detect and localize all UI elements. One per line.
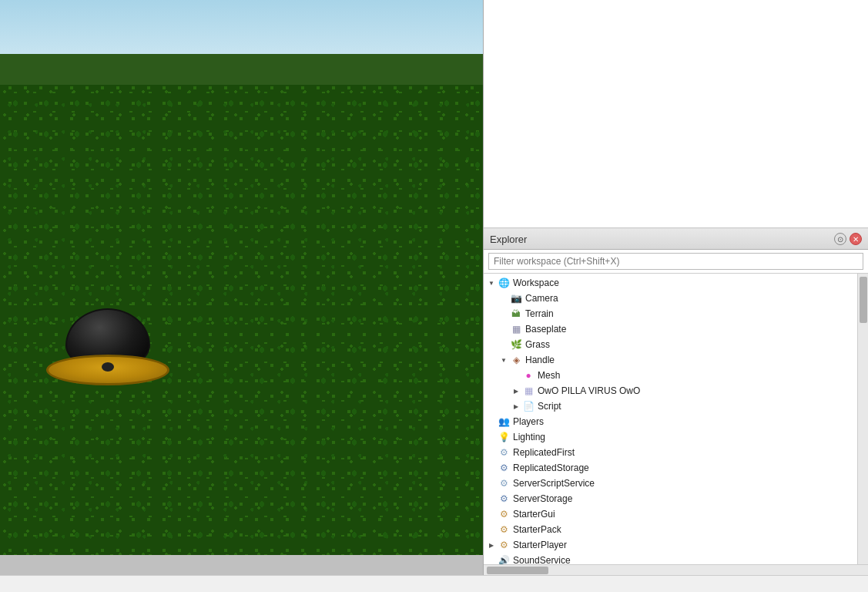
scrollbar-vertical[interactable]: [857, 274, 868, 564]
label-grass: Grass: [525, 339, 550, 350]
label-serverstorage: ServerStorage: [513, 493, 572, 504]
icon-soundservice: 🔊: [498, 554, 510, 564]
tree-item-lighting[interactable]: 💡Lighting: [484, 429, 857, 445]
arrow-terrain: [499, 309, 508, 318]
label-camera: Camera: [525, 293, 558, 304]
explorer-panel: Explorer ⊙ ✕ ▼🌐Workspace📷Camera🏔Terrain▦…: [484, 228, 868, 575]
arrow-replicatedstorage: [487, 463, 496, 473]
label-owo: OwO PILLA VIRUS OwO: [538, 385, 640, 396]
arrow-workspace[interactable]: ▼: [487, 278, 496, 288]
icon-serverstorage: ⚙: [498, 493, 510, 505]
arrow-camera: [499, 294, 508, 303]
label-starterpack: StarterPack: [513, 524, 561, 535]
filter-input[interactable]: [488, 253, 863, 270]
icon-replicatedstorage: ⚙: [498, 462, 510, 474]
icon-handle: ◈: [510, 354, 522, 366]
icon-mesh: ●: [522, 369, 535, 382]
arrow-serverscriptservice: [487, 479, 496, 488]
scrollbar-horizontal[interactable]: [484, 564, 868, 575]
tree-item-owo[interactable]: ▶▦OwO PILLA VIRUS OwO: [484, 383, 857, 399]
label-replicatedstorage: ReplicatedStorage: [513, 462, 589, 473]
arrow-owo[interactable]: ▶: [511, 386, 521, 395]
filter-bar: [484, 250, 868, 274]
icon-owo: ▦: [522, 385, 535, 397]
label-mesh: Mesh: [538, 370, 560, 381]
explorer-controls: ⊙ ✕: [834, 233, 862, 245]
arrow-mesh: [511, 371, 521, 380]
icon-starterpack: ⚙: [498, 523, 510, 536]
arrow-baseplate: [499, 325, 508, 334]
icon-workspace: 🌐: [498, 277, 510, 289]
label-script: Script: [538, 401, 561, 412]
icon-starterplayer: ⚙: [498, 539, 510, 551]
tree-item-serverscriptservice[interactable]: ⚙ServerScriptService: [484, 476, 857, 491]
pin-button[interactable]: ⊙: [834, 233, 846, 245]
arrow-starterplayer[interactable]: ▶: [487, 540, 496, 550]
icon-camera: 📷: [510, 292, 522, 304]
tree-item-camera[interactable]: 📷Camera: [484, 291, 857, 306]
properties-area: [484, 0, 868, 228]
icon-lighting: 💡: [498, 431, 510, 443]
tree-item-players[interactable]: 👥Players: [484, 414, 857, 429]
icon-players: 👥: [498, 415, 510, 428]
arrow-starterpack: [487, 525, 496, 534]
arrow-players: [487, 417, 496, 426]
label-serverscriptservice: ServerScriptService: [513, 478, 595, 489]
icon-serverscriptservice: ⚙: [498, 477, 510, 489]
label-handle: Handle: [525, 355, 555, 365]
label-startergui: StarterGui: [513, 509, 555, 520]
icon-script: 📄: [522, 400, 535, 412]
character-object: [46, 293, 169, 385]
tree-item-startergui[interactable]: ⚙StarterGui: [484, 506, 857, 522]
tree-item-terrain[interactable]: 🏔Terrain: [484, 306, 857, 321]
tree-view[interactable]: ▼🌐Workspace📷Camera🏔Terrain▦Baseplate🌿Gra…: [484, 274, 857, 564]
icon-replicatedfirst: ⚙: [498, 446, 510, 459]
tree-item-baseplate[interactable]: ▦Baseplate: [484, 321, 857, 337]
label-players: Players: [513, 416, 544, 427]
tree-item-starterpack[interactable]: ⚙StarterPack: [484, 522, 857, 537]
tree-item-replicatedstorage[interactable]: ⚙ReplicatedStorage: [484, 460, 857, 476]
tree-item-soundservice[interactable]: 🔊SoundService: [484, 553, 857, 564]
right-panel: Explorer ⊙ ✕ ▼🌐Workspace📷Camera🏔Terrain▦…: [483, 0, 868, 575]
tree-item-mesh[interactable]: ●Mesh: [484, 368, 857, 383]
arrow-lighting: [487, 432, 496, 442]
tree-item-serverstorage[interactable]: ⚙ServerStorage: [484, 491, 857, 506]
arrow-soundservice: [487, 556, 496, 564]
scrollbar-thumb-h[interactable]: [487, 567, 548, 574]
hat-bump: [102, 362, 114, 372]
label-starterplayer: StarterPlayer: [513, 540, 567, 550]
viewport[interactable]: [0, 0, 483, 555]
label-replicatedfirst: ReplicatedFirst: [513, 447, 575, 458]
tree-item-workspace[interactable]: ▼🌐Workspace: [484, 275, 857, 291]
arrow-handle[interactable]: ▼: [499, 355, 508, 365]
arrow-startergui: [487, 510, 496, 519]
arrow-replicatedfirst: [487, 448, 496, 457]
explorer-inner: ▼🌐Workspace📷Camera🏔Terrain▦Baseplate🌿Gra…: [484, 274, 868, 564]
explorer-title: Explorer: [490, 234, 527, 245]
label-lighting: Lighting: [513, 432, 545, 442]
viewport-canvas: [0, 0, 483, 555]
tree-item-replicatedfirst[interactable]: ⚙ReplicatedFirst: [484, 445, 857, 460]
tree-item-grass[interactable]: 🌿Grass: [484, 337, 857, 352]
icon-startergui: ⚙: [498, 508, 510, 520]
label-terrain: Terrain: [525, 308, 554, 319]
tree-item-script[interactable]: ▶📄Script: [484, 399, 857, 414]
icon-baseplate: ▦: [510, 323, 522, 335]
tree-item-starterplayer[interactable]: ▶⚙StarterPlayer: [484, 537, 857, 553]
status-bar: [0, 575, 868, 592]
label-soundservice: SoundService: [513, 555, 571, 564]
arrow-script[interactable]: ▶: [511, 402, 521, 411]
arrow-grass: [499, 340, 508, 349]
tree-item-handle[interactable]: ▼◈Handle: [484, 352, 857, 368]
main-area: Explorer ⊙ ✕ ▼🌐Workspace📷Camera🏔Terrain▦…: [0, 0, 868, 575]
icon-terrain: 🏔: [510, 308, 522, 320]
icon-grass: 🌿: [510, 338, 522, 351]
arrow-serverstorage: [487, 494, 496, 503]
label-workspace: Workspace: [513, 278, 559, 288]
scrollbar-thumb-v[interactable]: [860, 277, 867, 323]
close-button[interactable]: ✕: [850, 233, 862, 245]
label-baseplate: Baseplate: [525, 324, 566, 335]
explorer-header: Explorer ⊙ ✕: [484, 228, 868, 250]
